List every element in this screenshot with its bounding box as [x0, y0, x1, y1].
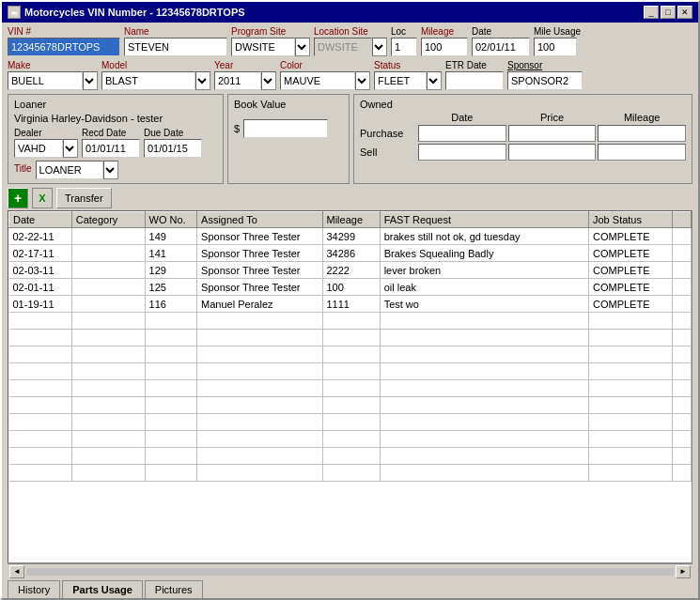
date-input[interactable] — [472, 38, 530, 56]
table-row[interactable] — [9, 380, 692, 397]
table-cell — [197, 431, 322, 448]
details-row: Make Model Year Color — [2, 58, 698, 92]
table-cell — [380, 346, 588, 363]
table-cell — [673, 363, 692, 380]
tab-bar: History Parts Usage Pictures — [2, 578, 698, 598]
maximize-button[interactable]: □ — [661, 6, 676, 19]
table-cell: Sponsor Three Tester — [197, 228, 322, 245]
scroll-right-button[interactable]: ► — [676, 565, 691, 578]
sell-price-input[interactable] — [508, 144, 597, 161]
scroll-track-h[interactable] — [26, 568, 674, 576]
loc-input[interactable] — [391, 38, 417, 56]
minimize-button[interactable]: _ — [644, 6, 659, 19]
table-row[interactable] — [9, 448, 692, 465]
table-cell — [197, 363, 322, 380]
scroll-left-button[interactable]: ◄ — [9, 565, 24, 578]
location-site-input[interactable] — [314, 38, 372, 56]
excel-button[interactable]: X — [32, 188, 53, 208]
mile-usage-input[interactable] — [534, 38, 577, 56]
dealer-select[interactable] — [63, 139, 78, 158]
mileage-input[interactable] — [421, 38, 468, 56]
sell-date-input[interactable] — [418, 144, 506, 161]
program-site-select[interactable] — [295, 38, 310, 56]
table-row[interactable] — [9, 313, 692, 330]
table-row[interactable]: 02-03-11129Sponsor Three Tester2222lever… — [9, 262, 692, 279]
book-value-input[interactable] — [243, 119, 328, 138]
table-cell: COMPLETE — [589, 228, 673, 245]
table-row[interactable] — [9, 465, 692, 482]
model-select[interactable] — [195, 71, 210, 90]
table-cell — [380, 431, 588, 448]
program-site-input[interactable] — [231, 38, 295, 56]
table-row[interactable]: 01-19-11116Manuel Peralez1111Test woCOMP… — [9, 296, 692, 313]
main-window: 🏍 Motorcycles VIN Number - 12345678DRTOP… — [0, 0, 700, 600]
title-select[interactable] — [103, 161, 118, 179]
table-cell — [380, 397, 588, 414]
year-select[interactable] — [261, 71, 276, 90]
table-row[interactable] — [9, 330, 692, 346]
table-cell: 01-19-11 — [9, 296, 72, 313]
recd-date-input[interactable] — [82, 139, 140, 158]
dealer-input[interactable] — [14, 139, 63, 158]
table-cell — [9, 448, 72, 465]
owned-panel: Owned Date Price Mileage Purchase Sell — [353, 94, 692, 184]
etr-date-label: ETR Date — [445, 60, 504, 70]
table-row[interactable]: 02-17-11141Sponsor Three Tester34286Brak… — [9, 245, 692, 262]
color-input[interactable] — [280, 71, 355, 90]
table-row[interactable] — [9, 414, 692, 431]
table-cell — [71, 296, 145, 313]
table-cell — [322, 346, 380, 363]
dealer-name: Virginia Harley-Davidson - tester — [14, 113, 217, 124]
table-cell: lever broken — [380, 262, 588, 279]
title-bar: 🏍 Motorcycles VIN Number - 12345678DRTOP… — [2, 2, 698, 23]
table-cell — [322, 380, 380, 397]
tab-history[interactable]: History — [8, 580, 60, 598]
program-site-label: Program Site — [231, 26, 310, 37]
year-input[interactable] — [214, 71, 261, 90]
table-cell — [71, 414, 145, 431]
due-date-input[interactable] — [144, 139, 202, 158]
table-row[interactable] — [9, 346, 692, 363]
table-cell — [380, 448, 588, 465]
color-select[interactable] — [355, 71, 370, 90]
table-cell — [197, 414, 322, 431]
model-input[interactable] — [101, 71, 195, 90]
location-site-select[interactable] — [372, 38, 387, 56]
close-button[interactable]: ✕ — [677, 6, 692, 19]
table-cell — [9, 346, 72, 363]
main-grid: Date Category WO No. Assigned To Mileage… — [8, 210, 692, 563]
add-button[interactable]: + — [8, 188, 28, 208]
table-cell — [145, 363, 197, 380]
tab-pictures[interactable]: Pictures — [145, 580, 203, 598]
purchase-date-input[interactable] — [418, 125, 506, 142]
table-cell — [71, 380, 145, 397]
make-select[interactable] — [83, 71, 98, 90]
tab-parts-usage[interactable]: Parts Usage — [62, 580, 143, 598]
make-input[interactable] — [8, 71, 83, 90]
purchase-mileage-input[interactable] — [598, 125, 686, 142]
etr-date-input[interactable] — [445, 71, 504, 90]
loc-label: Loc — [391, 26, 417, 37]
horizontal-scrollbar[interactable]: ◄ ► — [8, 563, 692, 578]
purchase-price-input[interactable] — [508, 125, 597, 142]
status-select[interactable] — [427, 71, 442, 90]
table-cell — [9, 414, 72, 431]
table-row[interactable] — [9, 363, 692, 380]
table-cell — [71, 313, 145, 330]
table-cell — [322, 448, 380, 465]
title-input[interactable] — [36, 161, 103, 179]
table-cell — [322, 313, 380, 330]
table-row[interactable]: 02-01-11125Sponsor Three Tester100oil le… — [9, 279, 692, 296]
name-input[interactable] — [124, 38, 227, 56]
table-cell: 116 — [145, 296, 197, 313]
grid-scroll-area[interactable]: Date Category WO No. Assigned To Mileage… — [8, 211, 692, 562]
recd-date-label: Recd Date — [82, 128, 140, 138]
table-row[interactable] — [9, 397, 692, 414]
sell-mileage-input[interactable] — [598, 144, 686, 161]
sponsor-input[interactable] — [507, 71, 583, 90]
vin-input[interactable] — [8, 38, 120, 56]
table-row[interactable] — [9, 431, 692, 448]
table-row[interactable]: 02-22-11149Sponsor Three Tester34299brak… — [9, 228, 692, 245]
status-input[interactable] — [374, 71, 427, 90]
transfer-button[interactable]: Transfer — [56, 188, 112, 208]
